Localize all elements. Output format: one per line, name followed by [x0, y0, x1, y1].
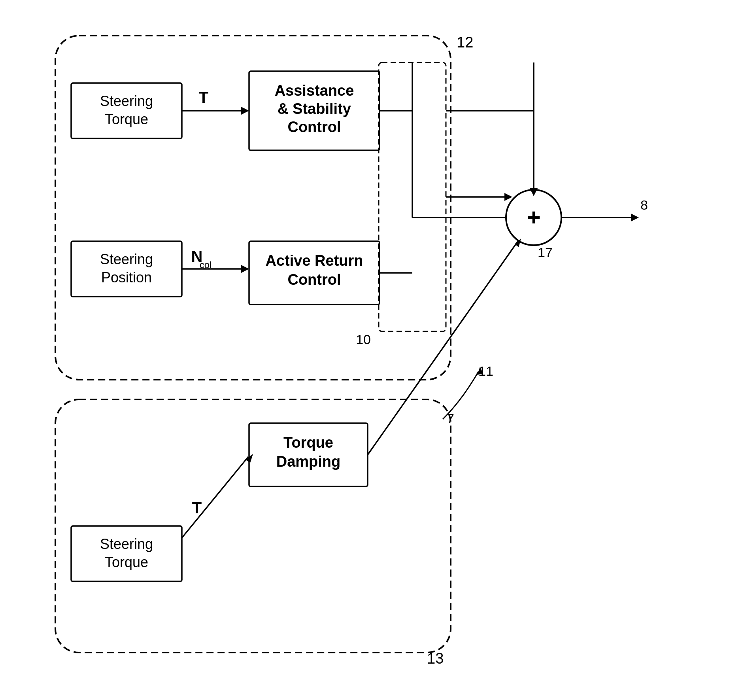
- active-return-label2: Control: [287, 271, 341, 288]
- steering-torque-top-line1: Steering: [100, 93, 153, 109]
- t-label-top: T: [199, 89, 208, 106]
- ref-label-13: 13: [427, 650, 444, 667]
- arrow-to-summer: [504, 193, 512, 201]
- assistance-label3: Control: [287, 119, 341, 135]
- output-arrow: [631, 214, 639, 221]
- t-label-bottom: T: [192, 499, 202, 516]
- steering-torque-bottom-line1: Steering: [100, 536, 153, 552]
- arrow-down-to-summer: [530, 188, 538, 196]
- ref-label-12: 12: [457, 34, 473, 51]
- ref-label-17: 17: [538, 245, 553, 260]
- steering-position-box: [71, 241, 182, 297]
- col-subscript: col: [200, 259, 212, 270]
- torque-damping-label2: Damping: [276, 453, 341, 470]
- steering-torque-top-box: [71, 83, 182, 138]
- steering-torque-bottom-line2: Torque: [105, 554, 148, 570]
- ref-label-10: 10: [356, 332, 371, 347]
- assistance-label1: Assistance: [275, 82, 354, 99]
- assistance-label2: & Stability: [278, 100, 351, 117]
- diagram-container: 12 Steering Torque T Assistance & Stabil…: [32, 20, 704, 684]
- outer-box-12: [55, 36, 451, 380]
- svg-line-10: [182, 457, 248, 538]
- steering-torque-bottom-box: [71, 526, 182, 581]
- active-return-label1: Active Return: [265, 252, 363, 269]
- arrow-position-to-active: [241, 265, 249, 273]
- steering-position-line2: Position: [101, 269, 152, 286]
- ref-label-8: 8: [640, 197, 648, 212]
- arrow-torque-to-assistance: [241, 107, 249, 115]
- torque-damping-label1: Torque: [283, 434, 333, 451]
- plus-sign: +: [527, 204, 540, 231]
- steering-position-line1: Steering: [100, 251, 153, 267]
- steering-torque-top-line2: Torque: [105, 111, 148, 127]
